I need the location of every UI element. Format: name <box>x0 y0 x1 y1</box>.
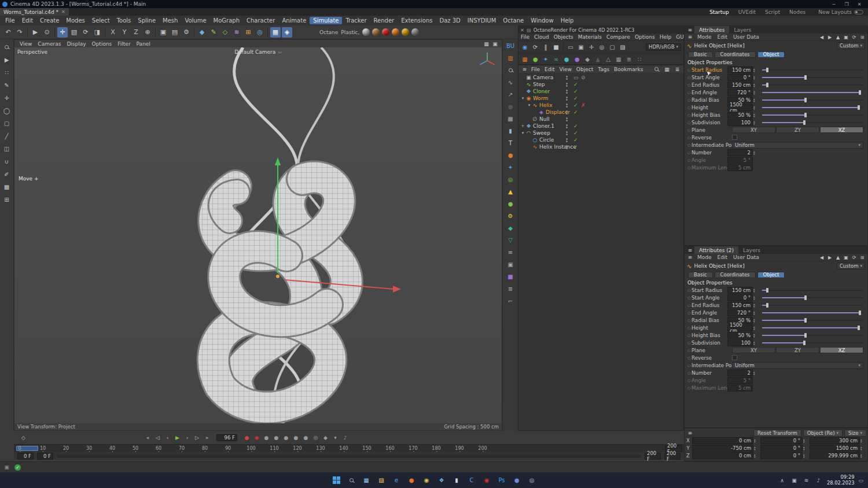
anim-dot-icon[interactable]: ○ <box>686 75 692 79</box>
anim-dot-icon[interactable]: ○ <box>686 68 692 72</box>
octane-film-settings-icon[interactable]: ▨ <box>618 42 627 51</box>
tray-app-icon[interactable]: ▣ <box>790 476 798 484</box>
taskbar-photos-icon[interactable]: ❖ <box>436 475 447 486</box>
plane-option-zy[interactable]: ZY <box>776 127 819 133</box>
octane-specular-icon[interactable]: ● <box>572 54 582 64</box>
zoom-tool-icon[interactable] <box>2 42 12 51</box>
reverse-checkbox[interactable] <box>732 355 737 360</box>
stepper-icon[interactable]: ▴▾ <box>753 98 758 102</box>
taskbar-taskview-icon[interactable]: ▦ <box>361 475 372 486</box>
octane-restart-button[interactable]: ⟳ <box>531 42 540 51</box>
octane-record-icon[interactable]: ◉ <box>252 433 261 442</box>
viewport-canvas[interactable]: Perspective Default Camera ▭ <box>14 47 502 423</box>
object-mode-select[interactable]: Object (Re)▾ <box>803 430 843 437</box>
taskbar-obs-icon[interactable]: ◎ <box>526 475 538 486</box>
range-start-field-2[interactable]: 0 F <box>37 453 53 460</box>
visibility-dots[interactable] <box>566 124 568 128</box>
volume-menu-icon[interactable]: ⊞ <box>243 27 253 38</box>
anim-dot-icon[interactable]: ○ <box>686 83 692 87</box>
record-rotation-button[interactable]: ● <box>282 433 290 442</box>
anim-dot-icon[interactable]: ○ <box>686 363 692 367</box>
attr-tab-basic[interactable]: Basic <box>688 51 713 58</box>
disabled-cross-icon[interactable]: ✗ <box>581 102 586 108</box>
om-item-helix-instance[interactable]: ∿Helix Instance✓ <box>518 143 683 150</box>
texture-mode-icon[interactable]: ▩ <box>2 182 12 191</box>
menu-create[interactable]: Create <box>36 17 62 24</box>
playback-options-button[interactable]: ▾ <box>331 433 340 442</box>
timeline-ruler[interactable]: 200 F 0102030405060708090100110120130140… <box>14 444 684 452</box>
octane-mix-material-icon[interactable]: ∞ <box>551 54 561 64</box>
octane-target-camera-icon[interactable]: ▦ <box>520 54 529 64</box>
attr-header-icon[interactable]: ▣ <box>843 254 849 261</box>
menu-mesh[interactable]: Mesh <box>159 17 181 24</box>
octane-texture-icon[interactable]: ✦ <box>541 54 550 64</box>
range-scrollbar[interactable] <box>57 454 641 458</box>
om-item-displacer[interactable]: ◈Displacer✓ <box>518 109 683 116</box>
enabled-check-icon[interactable]: ✓ <box>573 123 578 129</box>
reset-transform-button[interactable]: Reset Transform <box>753 430 801 437</box>
octane-ball-icon[interactable]: ● <box>506 199 515 208</box>
om-item-helix[interactable]: ▾∿Helix✓✗ <box>518 102 683 109</box>
material-slot-name-label[interactable]: Plastic, <box>341 29 359 35</box>
brush-tool-icon[interactable]: ✐ <box>2 169 12 179</box>
menu-burger-icon[interactable]: ≡ <box>686 26 694 34</box>
record-pla-button[interactable]: ● <box>301 433 310 442</box>
coord-size-field[interactable]: 1500 cm▴▾ <box>810 445 865 452</box>
record-parameter-button[interactable]: ● <box>292 433 300 442</box>
axis-mode-icon[interactable]: ✛ <box>2 93 12 102</box>
visibility-dots[interactable] <box>566 83 568 87</box>
octane-text-icon[interactable]: T <box>506 139 515 147</box>
octane-lock-resolution-icon[interactable]: ▭ <box>566 42 575 51</box>
coord-rotation-field[interactable]: 0 °▴▾ <box>760 452 808 459</box>
move-tool-icon[interactable]: ✛ <box>57 27 68 38</box>
attr-header-icon[interactable]: ⊞ <box>859 254 866 261</box>
menu-modes[interactable]: Modes <box>62 17 88 24</box>
octane-stop-button[interactable]: ■ <box>551 42 561 51</box>
om-menu-edit[interactable]: Edit <box>542 66 557 72</box>
param-slider[interactable] <box>762 69 863 71</box>
tab-layers[interactable]: Layers <box>738 246 765 254</box>
reverse-checkbox[interactable] <box>732 135 737 140</box>
generators-menu-icon[interactable]: ◇ <box>220 27 230 38</box>
param-slider[interactable] <box>762 320 863 321</box>
param-value-field[interactable]: 100 <box>727 339 753 346</box>
octane-circle-icon[interactable]: ● <box>506 102 515 110</box>
stepper-icon[interactable]: ▴▾ <box>860 438 865 443</box>
taskbar-octane-icon[interactable]: ◉ <box>481 475 492 486</box>
coordinate-system-button[interactable]: ⊕ <box>142 27 153 38</box>
param-slider[interactable] <box>762 335 863 336</box>
octane-sphere-icon[interactable]: ● <box>506 151 515 159</box>
anim-dot-icon[interactable]: ○ <box>686 371 692 375</box>
octane-square-icon[interactable]: ■ <box>506 114 515 123</box>
taskbar-photoshop-icon[interactable]: Ps <box>496 475 507 486</box>
enabled-check-icon[interactable]: ✓ <box>573 144 578 150</box>
size-mode-select[interactable]: Size▾ <box>844 430 866 437</box>
octane-bu-label[interactable]: BU <box>506 42 515 50</box>
undo-icon[interactable]: ↶ <box>3 27 13 38</box>
om-filter-icon[interactable]: ▦ <box>663 65 671 73</box>
taskbar-c4d-icon[interactable]: C <box>466 475 477 486</box>
octane-mesh-dark-icon[interactable]: ▲ <box>593 54 602 64</box>
anim-dot-icon[interactable]: ○ <box>686 348 692 352</box>
viewport-menu-view[interactable]: View <box>17 41 35 47</box>
worm-3d-object[interactable] <box>14 47 502 423</box>
octane-target-icon[interactable]: ◎ <box>506 175 515 183</box>
stepper-icon[interactable]: ▴▾ <box>753 83 758 87</box>
z-axis-lock-button[interactable]: Z <box>131 27 141 38</box>
visibility-dots[interactable] <box>566 145 568 149</box>
om-item-sweep[interactable]: ▾◠Sweep✓ <box>518 130 683 136</box>
intermediate-points-select[interactable]: Uniform▾ <box>732 142 863 149</box>
next-frame-button[interactable]: › <box>183 433 192 442</box>
spline-pen-menu-icon[interactable]: ✎ <box>208 27 219 38</box>
taskbar-edge-icon[interactable]: e <box>391 475 402 486</box>
menu-file[interactable]: File <box>2 17 19 24</box>
tab-layers[interactable]: Layers <box>729 26 756 34</box>
param-value-field[interactable]: 150 cm <box>727 287 753 294</box>
param-slider[interactable] <box>762 290 863 291</box>
stepper-icon[interactable]: ▴▾ <box>803 438 808 443</box>
x-axis-lock-button[interactable]: X <box>108 27 118 38</box>
param-slider[interactable] <box>762 305 863 306</box>
rotate-tool-icon[interactable]: ⟳ <box>80 27 91 38</box>
coord-position-field[interactable]: -750 cm▴▾ <box>692 445 759 452</box>
om-menu-view[interactable]: View <box>557 66 574 72</box>
